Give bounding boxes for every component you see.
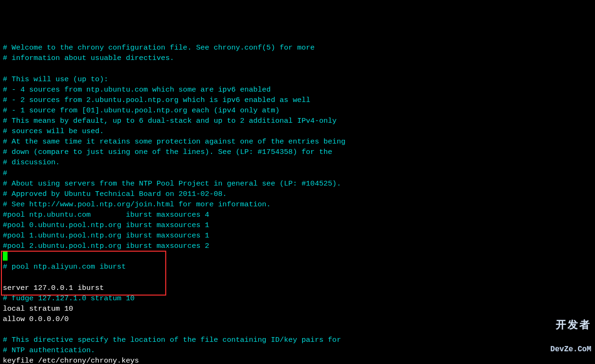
terminal-text: server 127.0.0.1 iburst xyxy=(3,284,104,292)
terminal-line: #pool 2.ubuntu.pool.ntp.org iburst maxso… xyxy=(3,241,592,251)
terminal-line: # information about usuable directives. xyxy=(3,53,592,63)
terminal-text: #pool 2.ubuntu.pool.ntp.org iburst maxso… xyxy=(3,242,209,250)
terminal-line: # About using servers from the NTP Pool … xyxy=(3,178,592,189)
terminal-text: #pool 1.ubuntu.pool.ntp.org iburst maxso… xyxy=(3,231,209,240)
terminal-line: # See http://www.pool.ntp.org/join.html … xyxy=(3,199,592,210)
terminal-line xyxy=(3,324,592,335)
terminal-text: # pool ntp.aliyun.com iburst xyxy=(3,262,126,271)
terminal-line: # - 4 sources from ntp.ubuntu.com which … xyxy=(3,85,592,95)
terminal-text: # This means by default, up to 6 dual-st… xyxy=(3,117,337,125)
terminal-line: # down (compare to just using one of the… xyxy=(3,147,592,157)
terminal-line: allow 0.0.0.0/0 xyxy=(3,314,592,324)
terminal-text: # This will use (up to): xyxy=(3,75,108,84)
terminal-line: # Welcome to the chrony configuration fi… xyxy=(3,42,592,53)
terminal-line: # This means by default, up to 6 dual-st… xyxy=(3,116,592,126)
terminal-text: local stratum 10 xyxy=(3,305,73,313)
terminal-line: local stratum 10 xyxy=(3,304,592,314)
terminal-text: # About using servers from the NTP Pool … xyxy=(3,179,341,188)
terminal-line: # - 1 source from [01].ubuntu.pool.ntp.o… xyxy=(3,105,592,116)
terminal-line: #pool 1.ubuntu.pool.ntp.org iburst maxso… xyxy=(3,230,592,241)
terminal-line: # sources will be used. xyxy=(3,126,592,136)
terminal-text: # information about usuable directives. xyxy=(3,54,174,62)
terminal-line: server 127.0.0.1 iburst xyxy=(3,283,592,293)
terminal-text: # discussion. xyxy=(3,158,60,167)
terminal-line: keyfile /etc/chrony/chrony.keys xyxy=(3,356,592,364)
terminal-line: # fudge 127.127.1.0 stratum 10 xyxy=(3,293,592,304)
terminal-line: # discussion. xyxy=(3,157,592,168)
terminal-line: # NTP authentication. xyxy=(3,345,592,356)
terminal-text: # At the same time it retains some prote… xyxy=(3,137,346,146)
terminal-viewport[interactable]: # Welcome to the chrony configuration fi… xyxy=(0,42,595,364)
terminal-text: # sources will be used. xyxy=(3,127,104,135)
terminal-line: # - 2 sources from 2.ubuntu.pool.ntp.org… xyxy=(3,95,592,105)
terminal-text: # NTP authentication. xyxy=(3,346,95,355)
terminal-text: #pool ntp.ubuntu.com iburst maxsources 4 xyxy=(3,211,209,219)
terminal-line: # This will use (up to): xyxy=(3,74,592,85)
terminal-text: # - 4 sources from ntp.ubuntu.com which … xyxy=(3,85,271,94)
cursor-block xyxy=(3,251,8,261)
terminal-line: # This directive specify the location of… xyxy=(3,335,592,345)
terminal-text xyxy=(3,325,7,334)
terminal-line: # At the same time it retains some prote… xyxy=(3,136,592,147)
terminal-line xyxy=(3,272,592,282)
terminal-text: # Approved by Ubuntu Technical Board on … xyxy=(3,190,227,198)
terminal-line: # xyxy=(3,168,592,178)
terminal-text: # - 2 sources from 2.ubuntu.pool.ntp.org… xyxy=(3,96,310,104)
terminal-text: # fudge 127.127.1.0 stratum 10 xyxy=(3,294,135,303)
terminal-text: #pool 0.ubuntu.pool.ntp.org iburst maxso… xyxy=(3,221,209,229)
terminal-text: # xyxy=(3,169,7,178)
terminal-text: # This directive specify the location of… xyxy=(3,336,341,344)
terminal-line: #pool 0.ubuntu.pool.ntp.org iburst maxso… xyxy=(3,220,592,230)
terminal-text xyxy=(3,65,7,73)
terminal-text: # down (compare to just using one of the… xyxy=(3,148,332,156)
terminal-line xyxy=(3,251,592,262)
terminal-text: keyfile /etc/chrony/chrony.keys xyxy=(3,356,139,364)
terminal-line: # Approved by Ubuntu Technical Board on … xyxy=(3,189,592,199)
terminal-text: # See http://www.pool.ntp.org/join.html … xyxy=(3,200,271,209)
terminal-line: # pool ntp.aliyun.com iburst xyxy=(3,262,592,272)
terminal-text: # - 1 source from [01].ubuntu.pool.ntp.o… xyxy=(3,106,280,115)
terminal-text: # Welcome to the chrony configuration fi… xyxy=(3,43,314,52)
terminal-text xyxy=(3,273,7,281)
terminal-line: #pool ntp.ubuntu.com iburst maxsources 4 xyxy=(3,210,592,220)
terminal-line xyxy=(3,64,592,74)
terminal-text: allow 0.0.0.0/0 xyxy=(3,315,69,323)
